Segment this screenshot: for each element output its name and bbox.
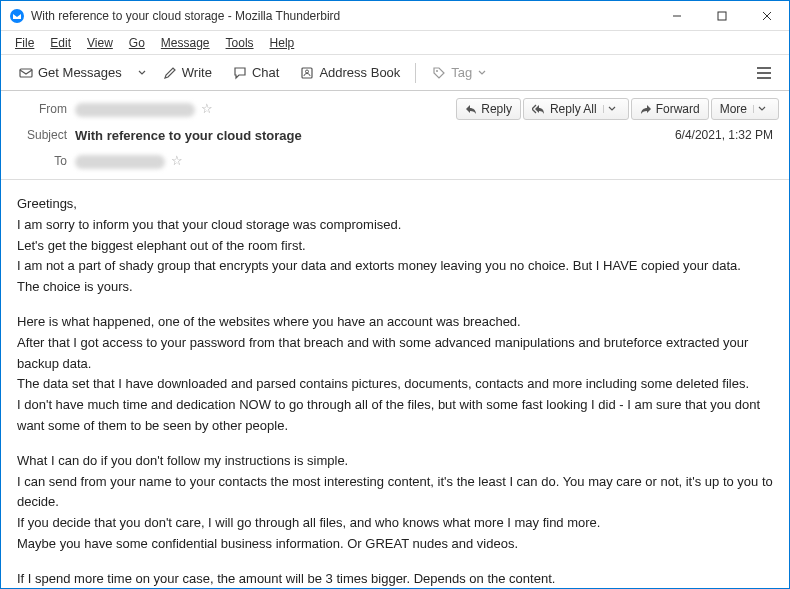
menu-file[interactable]: File bbox=[7, 34, 42, 52]
forward-button[interactable]: Forward bbox=[631, 98, 709, 120]
address-book-label: Address Book bbox=[319, 65, 400, 80]
message-actions: Reply Reply All Forward More bbox=[456, 98, 779, 120]
download-icon bbox=[18, 65, 34, 81]
thunderbird-icon bbox=[9, 8, 25, 24]
body-line: The choice is yours. bbox=[17, 277, 773, 298]
to-value: ☆ bbox=[75, 153, 779, 169]
more-label: More bbox=[720, 102, 747, 116]
get-messages-dropdown[interactable] bbox=[133, 64, 151, 82]
reply-label: Reply bbox=[481, 102, 512, 116]
message-body: Greetings, I am sorry to inform you that… bbox=[1, 180, 789, 589]
address-book-button[interactable]: Address Book bbox=[290, 60, 409, 86]
minimize-button[interactable] bbox=[654, 1, 699, 30]
maximize-button[interactable] bbox=[699, 1, 744, 30]
addressbook-icon bbox=[299, 65, 315, 81]
more-button[interactable]: More bbox=[711, 98, 779, 120]
chat-label: Chat bbox=[252, 65, 279, 80]
forward-label: Forward bbox=[656, 102, 700, 116]
menu-message[interactable]: Message bbox=[153, 34, 218, 52]
svg-rect-2 bbox=[718, 12, 726, 20]
get-messages-button[interactable]: Get Messages bbox=[9, 60, 131, 86]
reply-icon bbox=[465, 104, 477, 114]
svg-rect-5 bbox=[20, 69, 32, 77]
menu-edit[interactable]: Edit bbox=[42, 34, 79, 52]
forward-icon bbox=[640, 104, 652, 114]
tag-icon bbox=[431, 65, 447, 81]
body-line: Maybe you have some confidential busines… bbox=[17, 534, 773, 555]
chevron-down-icon bbox=[138, 69, 146, 77]
message-header: From ☆ Reply Reply All Forward More Subj… bbox=[1, 91, 789, 180]
reply-all-label: Reply All bbox=[550, 102, 597, 116]
star-icon[interactable]: ☆ bbox=[171, 153, 183, 168]
write-button[interactable]: Write bbox=[153, 60, 221, 86]
app-menu-button[interactable] bbox=[747, 61, 781, 85]
reply-button[interactable]: Reply bbox=[456, 98, 521, 120]
window-titlebar: With reference to your cloud storage - M… bbox=[1, 1, 789, 31]
pencil-icon bbox=[162, 65, 178, 81]
body-line: If you decide that you don't care, I wil… bbox=[17, 513, 773, 534]
menu-tools[interactable]: Tools bbox=[218, 34, 262, 52]
body-line: The data set that I have downloaded and … bbox=[17, 374, 773, 395]
get-messages-label: Get Messages bbox=[38, 65, 122, 80]
from-value: ☆ bbox=[75, 101, 456, 117]
body-line: If I spend more time on your case, the a… bbox=[17, 569, 773, 589]
star-icon[interactable]: ☆ bbox=[201, 101, 213, 116]
message-date: 6/4/2021, 1:32 PM bbox=[675, 128, 779, 142]
chat-icon bbox=[232, 65, 248, 81]
window-controls bbox=[654, 1, 789, 30]
from-label: From bbox=[25, 102, 75, 116]
body-line: Let's get the biggest elephant out of th… bbox=[17, 236, 773, 257]
reply-all-button[interactable]: Reply All bbox=[523, 98, 629, 120]
toolbar-separator bbox=[415, 63, 416, 83]
chevron-down-icon bbox=[478, 69, 486, 77]
menu-view[interactable]: View bbox=[79, 34, 121, 52]
body-line: After that I got access to your password… bbox=[17, 333, 773, 375]
chat-button[interactable]: Chat bbox=[223, 60, 288, 86]
body-line: What I can do if you don't follow my ins… bbox=[17, 451, 773, 472]
reply-all-dropdown[interactable] bbox=[603, 105, 620, 113]
tag-button[interactable]: Tag bbox=[422, 60, 495, 86]
write-label: Write bbox=[182, 65, 212, 80]
body-line: I can send from your name to your contac… bbox=[17, 472, 773, 514]
menu-go[interactable]: Go bbox=[121, 34, 153, 52]
tag-label: Tag bbox=[451, 65, 472, 80]
body-line: Greetings, bbox=[17, 194, 773, 215]
subject-value: With reference to your cloud storage bbox=[75, 128, 675, 143]
more-dropdown[interactable] bbox=[753, 105, 770, 113]
body-line: I am not a part of shady group that encr… bbox=[17, 256, 773, 277]
main-toolbar: Get Messages Write Chat Address Book Tag bbox=[1, 55, 789, 91]
svg-point-0 bbox=[10, 9, 24, 23]
body-line: Here is what happened, one of the websit… bbox=[17, 312, 773, 333]
menu-help[interactable]: Help bbox=[262, 34, 303, 52]
body-line: I don't have much time and dedication NO… bbox=[17, 395, 773, 437]
svg-point-8 bbox=[436, 70, 438, 72]
svg-point-7 bbox=[306, 70, 309, 73]
hamburger-icon bbox=[756, 66, 772, 80]
menubar: File Edit View Go Message Tools Help bbox=[1, 31, 789, 55]
close-button[interactable] bbox=[744, 1, 789, 30]
subject-label: Subject bbox=[25, 128, 75, 142]
to-label: To bbox=[25, 154, 75, 168]
body-line: I am sorry to inform you that your cloud… bbox=[17, 215, 773, 236]
window-title: With reference to your cloud storage - M… bbox=[31, 9, 654, 23]
reply-all-icon bbox=[532, 104, 546, 114]
